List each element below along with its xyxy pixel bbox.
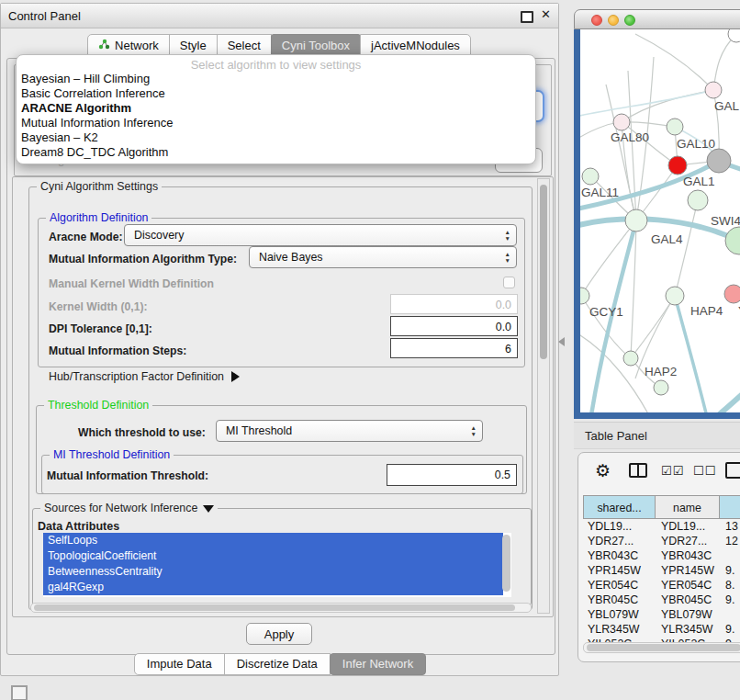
aracne-mode-combo[interactable]: Discovery ▲▼: [124, 224, 517, 246]
tab-impute-data[interactable]: Impute Data: [134, 653, 225, 675]
data-attributes-label: Data Attributes: [38, 520, 119, 533]
table-row[interactable]: YDR27... YDR27... 12: [578, 535, 740, 549]
node-bottom[interactable]: [654, 380, 668, 395]
node-salmon[interactable]: [724, 285, 740, 303]
network-window-titlebar[interactable]: [574, 9, 740, 29]
sources-hscrollbar[interactable]: [30, 603, 532, 613]
dropdown-item-basic-correlation[interactable]: Basic Correlation Inference: [17, 86, 535, 101]
close-icon[interactable]: ✕: [541, 7, 551, 21]
table-row[interactable]: YDL19... YDL19... 13: [578, 520, 740, 535]
expander-expanded-icon[interactable]: [203, 505, 214, 513]
dropdown-item-mutual-information[interactable]: Mutual Information Inference: [17, 116, 535, 130]
zoom-traffic-light[interactable]: [624, 15, 635, 26]
mi-steps-label: Mutual Information Steps:: [49, 344, 186, 357]
tab-label: Select: [228, 39, 261, 52]
table-row[interactable]: YBR045C YBR045C 9.: [578, 593, 740, 608]
node-gal-partial[interactable]: [705, 82, 722, 98]
desktop: Control Panel ✕ Network Style Select Cyn…: [0, 0, 740, 700]
tab-infer-network[interactable]: Infer Network: [330, 653, 426, 675]
cell-shared: YPR145W: [588, 564, 641, 577]
cell-name: YER054C: [661, 579, 712, 592]
dpi-tolerance-field[interactable]: 0.0: [390, 316, 518, 336]
node-gal1[interactable]: [668, 156, 687, 175]
table-row[interactable]: YBL079W YBL079W: [578, 608, 740, 623]
control-panel-titlebar: Control Panel ✕: [1, 4, 558, 28]
deselect-all-checkboxes-icon[interactable]: ☐☐: [693, 464, 716, 478]
algorithm-dropdown-popup: Select algorithm to view settings Bayesi…: [16, 54, 536, 164]
list-scrollbar-thumb[interactable]: [502, 535, 510, 592]
node-gal4[interactable]: [625, 209, 647, 231]
report-icon[interactable]: [725, 462, 740, 479]
network-graph[interactable]: GAL GAL80 GAL10 GAL1 GAL11 SWI4 GAL4 GCY…: [580, 29, 740, 412]
column-header-name[interactable]: name: [655, 495, 720, 519]
dropdown-item-aracne[interactable]: ARACNE Algorithm: [17, 101, 535, 116]
node-gcy1[interactable]: [580, 288, 589, 304]
tab-discretize-data[interactable]: Discretize Data: [224, 653, 331, 675]
mi-algorithm-type-label: Mutual Information Algorithm Type:: [49, 253, 237, 265]
cell-shared: YLR345W: [588, 623, 639, 636]
node-gray[interactable]: [707, 149, 731, 173]
dpi-tolerance-label: DPI Tolerance [0,1]:: [49, 322, 152, 335]
kernel-width-field[interactable]: 0.0: [390, 294, 518, 314]
gear-icon[interactable]: ⚙: [595, 460, 611, 481]
node-unlabeled[interactable]: [728, 29, 740, 42]
scrollbar-thumb[interactable]: [587, 644, 740, 651]
column-layout-icon[interactable]: [629, 463, 647, 478]
control-panel-window: Control Panel ✕ Network Style Select Cyn…: [0, 3, 559, 676]
list-item-topologicalcoefficient[interactable]: TopologicalCoefficient: [43, 548, 503, 564]
table-hscrollbar[interactable]: [583, 642, 740, 653]
tab-label: jActiveMNodules: [371, 39, 460, 52]
mi-threshold-field[interactable]: 0.5: [387, 464, 517, 486]
cell-extra: 12: [725, 535, 738, 548]
network-canvas[interactable]: GAL GAL80 GAL10 GAL1 GAL11 SWI4 GAL4 GCY…: [580, 29, 740, 412]
column-header-partial[interactable]: [719, 495, 740, 519]
cell-name: YDR27...: [661, 535, 707, 548]
node-swi4[interactable]: [725, 227, 740, 254]
tab-label: Style: [180, 39, 207, 52]
table-panel-titlebar: Table Panel: [574, 422, 740, 449]
column-header-shared[interactable]: shared...: [583, 495, 656, 519]
dropdown-item-dream8[interactable]: Dream8 DC_TDC Algorithm: [17, 145, 535, 160]
group-title: MI Threshold Definition: [50, 448, 174, 461]
node-label: GCY1: [589, 305, 623, 319]
cell-extra: 8.: [725, 579, 734, 592]
settings-scrollbar[interactable]: [537, 178, 550, 614]
table-row[interactable]: YER054C YER054C 8.: [578, 579, 740, 593]
dropdown-item-bayesian-hill-climbing[interactable]: Bayesian – Hill Climbing: [17, 72, 535, 86]
manual-kernel-checkbox[interactable]: [503, 277, 515, 288]
mi-threshold-label: Mutual Information Threshold:: [47, 469, 208, 482]
list-item-gal4rgexp[interactable]: gal4RGexp: [43, 580, 503, 595]
node-gal10[interactable]: [667, 119, 683, 135]
node-gal80[interactable]: [613, 114, 630, 130]
hub-definition-expander[interactable]: Hub/Transcription Factor Definition: [49, 370, 240, 383]
minimize-traffic-light[interactable]: [608, 15, 619, 26]
scrollbar-thumb[interactable]: [540, 185, 547, 359]
network-window-frame: GAL GAL80 GAL10 GAL1 GAL11 SWI4 GAL4 GCY…: [574, 29, 740, 419]
minimized-panel-icon[interactable]: [11, 685, 28, 700]
apply-button[interactable]: Apply: [246, 623, 312, 645]
mi-steps-field[interactable]: 6: [390, 338, 518, 358]
list-item-selfloops[interactable]: SelfLoops: [43, 533, 503, 548]
cell-shared: YBL079W: [588, 608, 639, 621]
dropdown-item-bayesian-k2[interactable]: Bayesian – K2: [17, 130, 535, 145]
which-threshold-combo[interactable]: MI Threshold ▲▼: [216, 420, 483, 442]
close-traffic-light[interactable]: [591, 15, 602, 26]
select-all-checkboxes-icon[interactable]: ☑☑: [661, 464, 684, 478]
mi-algorithm-type-combo[interactable]: Naive Bayes ▲▼: [249, 246, 517, 268]
panel-divider-handle[interactable]: [558, 337, 565, 346]
table-row[interactable]: YLR345W YLR345W 9.: [578, 623, 740, 638]
node-hap4[interactable]: [666, 287, 684, 305]
table-row[interactable]: YPR145W YPR145W 9.: [578, 564, 740, 579]
cell-shared: YBR045C: [588, 593, 638, 606]
cell-shared: YER054C: [588, 579, 638, 592]
node-gal11[interactable]: [582, 168, 599, 185]
node-green[interactable]: [688, 190, 708, 210]
list-item-betweennesscentrality[interactable]: BetweennessCentrality: [43, 564, 503, 580]
cell-name: YBR045C: [661, 593, 712, 606]
node-hap2[interactable]: [623, 351, 638, 366]
table-row[interactable]: YBR043C YBR043C: [578, 549, 740, 564]
float-window-icon[interactable]: [521, 11, 533, 23]
sources-title: Sources for Network Inference: [44, 502, 197, 514]
scrollbar-thumb[interactable]: [34, 604, 515, 611]
cell-shared: YBR043C: [588, 549, 638, 562]
